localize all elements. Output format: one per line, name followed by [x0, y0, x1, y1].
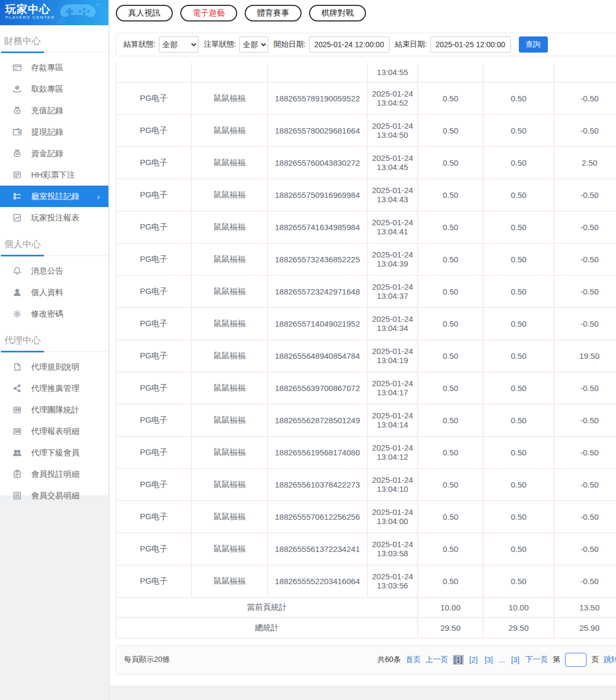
page-number-link[interactable]: [3] — [510, 655, 520, 665]
game-type-cell: PG电子 — [116, 114, 192, 146]
bet-time-cell: 13:04:55 — [368, 62, 418, 82]
table-row: PG电子鼠鼠福福18826556103784222732025-01-24 13… — [116, 468, 616, 500]
game-name-cell: 鼠鼠福福 — [192, 500, 268, 533]
sidebar-item[interactable]: 會員投註明細 — [0, 463, 108, 485]
bet-time-cell: 2025-01-24 13:04:39 — [368, 243, 418, 275]
gamepad-icon — [54, 1, 105, 25]
doc-icon — [12, 362, 22, 372]
bet-amount-cell: 0.50 — [418, 436, 483, 468]
order-no-cell: 1882655750916969984 — [268, 179, 368, 211]
settle-status-select[interactable]: 全部 — [159, 36, 199, 53]
game-type-cell: PG电子 — [116, 468, 192, 500]
profit-cell: 19.50 — [554, 340, 616, 372]
sidebar-item[interactable]: 修改密碼 — [0, 303, 108, 325]
sidebar-item-label: 充值記錄 — [31, 106, 63, 116]
sidebar-item-label: 代理下級會員 — [31, 448, 79, 458]
tab-sports[interactable]: 體育賽事 — [245, 5, 302, 21]
page-number-link[interactable]: [2] — [468, 655, 479, 665]
sidebar-item-label: 會員投註明細 — [31, 469, 79, 480]
tab-chess-battle[interactable]: 棋牌對戰 — [309, 5, 366, 21]
sidebar-item[interactable]: 廳室投註記錄› — [0, 186, 108, 207]
jump-button[interactable]: 跳转 — [604, 655, 616, 665]
tab-slot-games[interactable]: 電子遊藝 — [180, 5, 237, 21]
summary-valid-cell: 29.50 — [483, 617, 554, 638]
page-ellipsis: ... — [499, 655, 505, 664]
page-number-link[interactable]: [3] — [483, 655, 494, 665]
bet-time-cell: 2025-01-24 13:04:50 — [368, 114, 418, 146]
game-name-cell: 鼠鼠福福 — [192, 468, 268, 500]
sidebar-item[interactable]: 代理下級會員 — [0, 442, 108, 463]
player-report-icon — [12, 213, 22, 223]
sidebar-item-label: 消息公告 — [31, 266, 63, 276]
table-row: PG电子鼠鼠福福18826557891900595222025-01-24 13… — [116, 82, 616, 114]
valid-bet-cell: 0.50 — [483, 436, 554, 468]
bet-time-cell: 2025-01-24 13:04:17 — [368, 372, 418, 404]
sidebar-item[interactable]: 充值記錄 — [0, 100, 108, 121]
sidebar-item[interactable]: 會員交易明細 — [0, 485, 108, 506]
order-status-select[interactable]: 全部 — [239, 36, 268, 53]
sidebar-item[interactable]: 代理團隊統計 — [0, 399, 108, 421]
news-icon — [12, 405, 22, 415]
profit-cell: -0.50 — [554, 179, 616, 211]
bet-amount-cell: 0.50 — [418, 533, 483, 565]
sidebar-item-label: 修改密碼 — [31, 309, 63, 319]
page-number-link[interactable]: [1] — [453, 655, 464, 665]
search-button[interactable]: 查詢 — [519, 36, 548, 53]
game-name-cell: 鼠鼠福福 — [192, 404, 268, 436]
order-status-group: 注單狀態: 全部 — [204, 36, 268, 53]
game-category-tabs: 真人視訊電子遊藝體育賽事棋牌對戰 — [116, 5, 616, 21]
start-date-group: 開始日期: — [274, 36, 390, 53]
summary-valid-cell: 10.00 — [483, 597, 554, 617]
sidebar-item[interactable]: 玩家投注報表 — [0, 207, 108, 229]
sidebar-item[interactable]: 代理規則說明 — [0, 356, 108, 378]
end-date-input[interactable] — [430, 36, 511, 53]
bet-time-cell: 2025-01-24 13:04:10 — [368, 468, 418, 500]
bet-records-table-wrap: 13:04:55PG电子鼠鼠福福18826557891900595222025-… — [116, 62, 616, 638]
game-name-cell: 鼠鼠福福 — [192, 565, 268, 597]
sidebar-item[interactable]: 資金記錄 — [0, 143, 108, 164]
page-jump-input[interactable] — [565, 653, 586, 667]
profit-cell: -0.50 — [554, 533, 616, 565]
bet-amount-cell: 0.50 — [418, 307, 483, 340]
sidebar: 玩家中心 PLAYERS CENTER 財務中心存款專區取款專區充值記錄提現記錄… — [0, 0, 109, 496]
profit-cell: -0.50 — [554, 404, 616, 436]
sidebar-item-label: 代理規則說明 — [31, 362, 79, 372]
table-row: PG电子鼠鼠福福18826556397008670722025-01-24 13… — [116, 372, 616, 404]
sidebar-item[interactable]: 消息公告 — [0, 260, 108, 282]
sidebar-item[interactable]: 取款專區 — [0, 78, 108, 100]
sidebar-item-label: 個人資料 — [31, 288, 63, 298]
table-row: PG电子鼠鼠福福18826557232429716482025-01-24 13… — [116, 275, 616, 307]
next-page-link[interactable]: 下一页 — [525, 655, 548, 665]
sidebar-item[interactable]: 存款專區 — [0, 57, 108, 78]
start-date-input[interactable] — [309, 36, 390, 53]
table-row: PG电子鼠鼠福福18826557509169699842025-01-24 13… — [116, 179, 616, 211]
profit-cell: -0.50 — [554, 82, 616, 114]
bet-time-cell: 2025-01-24 13:04:43 — [368, 179, 418, 211]
game-type-cell: PG电子 — [116, 82, 192, 114]
table-row: PG电子鼠鼠福福18826557324368522252025-01-24 13… — [116, 243, 616, 275]
sidebar-item[interactable]: HH彩票下注 — [0, 164, 108, 186]
sidebar-item[interactable]: 個人資料 — [0, 282, 108, 303]
table-row: PG电子鼠鼠福福18826556287285012492025-01-24 13… — [116, 404, 616, 436]
order-no-cell: 1882655610378422273 — [268, 468, 368, 500]
order-no-cell: 1882655780029681664 — [268, 114, 368, 146]
order-no-cell: 1882655619568174080 — [268, 436, 368, 468]
end-date-label: 結束日期: — [395, 40, 427, 49]
sidebar-item-label: 取款專區 — [31, 84, 63, 94]
sidebar-item[interactable]: 代理推廣管理 — [0, 378, 108, 399]
table-row: PG电子鼠鼠福福18826555522034160642025-01-24 13… — [116, 565, 616, 597]
bank-card-icon — [12, 63, 22, 72]
sidebar-item[interactable]: 提現記錄 — [0, 121, 108, 143]
sidebar-item-label: 代理報表明細 — [31, 426, 79, 437]
game-name-cell: 鼠鼠福福 — [192, 82, 268, 114]
prev-page-link[interactable]: 上一页 — [426, 655, 448, 665]
profit-cell — [554, 62, 616, 82]
first-page-link[interactable]: 首页 — [406, 655, 421, 665]
bet-time-cell: 2025-01-24 13:04:34 — [368, 307, 418, 340]
profit-cell: -0.50 — [554, 243, 616, 275]
tab-live-casino[interactable]: 真人視訊 — [116, 5, 173, 21]
table-row: PG电子鼠鼠福福18826555706122562562025-01-24 13… — [116, 500, 616, 533]
order-no-cell: 1882655741634985984 — [268, 211, 368, 243]
profit-cell: -0.50 — [554, 468, 616, 500]
sidebar-item[interactable]: 代理報表明細 — [0, 421, 108, 442]
